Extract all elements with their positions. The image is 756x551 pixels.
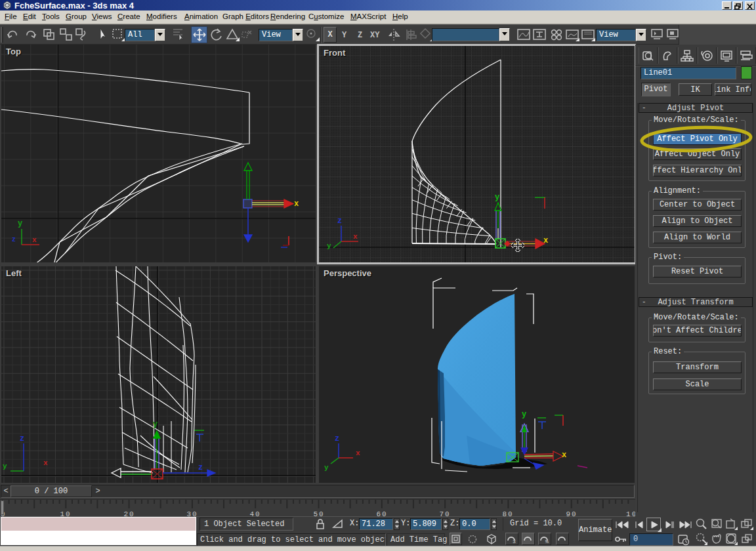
- svg-text:3: 3: [513, 539, 516, 544]
- svg-text:x: x: [543, 236, 548, 245]
- svg-text:y: y: [3, 462, 7, 470]
- svg-text:y: y: [522, 410, 526, 419]
- svg-text:y: y: [324, 464, 329, 472]
- svg-text:x: x: [32, 236, 37, 244]
- svg-text:50: 50: [313, 510, 324, 517]
- svg-text:z: z: [12, 236, 16, 243]
- svg-text:10: 10: [60, 510, 71, 517]
- svg-text:70: 70: [439, 510, 450, 517]
- svg-text:y: y: [153, 420, 158, 429]
- svg-text:x: x: [356, 449, 360, 457]
- svg-text:z: z: [337, 216, 342, 226]
- svg-text:90: 90: [566, 510, 577, 517]
- svg-text:60: 60: [376, 510, 387, 517]
- svg-text:%: %: [545, 539, 549, 544]
- svg-text:z: z: [198, 463, 203, 472]
- svg-text:y: y: [18, 219, 22, 228]
- svg-text:x: x: [43, 459, 48, 467]
- svg-text:20: 20: [123, 510, 135, 517]
- svg-text:x: x: [294, 199, 299, 209]
- svg-text:z: z: [20, 434, 24, 443]
- svg-text:z: z: [335, 434, 339, 443]
- svg-text:x: x: [562, 451, 566, 460]
- svg-text:x: x: [353, 233, 358, 241]
- svg-text:30: 30: [186, 510, 198, 517]
- svg-text:80: 80: [502, 510, 513, 517]
- svg-text:40: 40: [249, 510, 261, 517]
- svg-text:y: y: [327, 242, 331, 250]
- svg-text:100: 100: [626, 510, 635, 517]
- svg-text:y: y: [495, 193, 499, 202]
